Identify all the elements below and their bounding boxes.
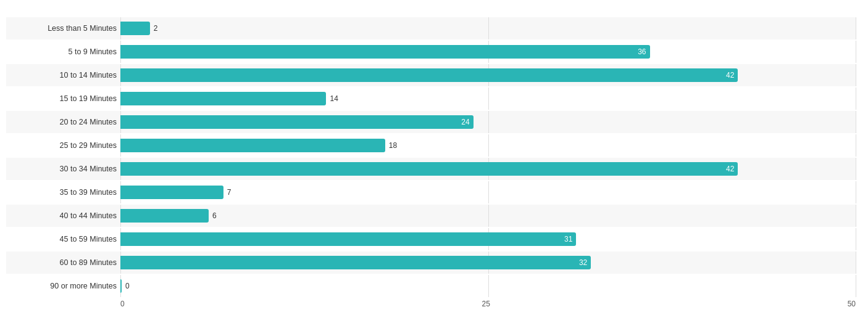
bar-label: 35 to 39 Minutes bbox=[6, 188, 120, 197]
grid-line bbox=[488, 88, 489, 110]
grid-line bbox=[856, 181, 856, 203]
bar-row: 5 to 9 Minutes36 bbox=[6, 41, 856, 63]
bar-row: 60 to 89 Minutes32 bbox=[6, 251, 856, 274]
bar bbox=[120, 186, 223, 199]
axis-label: 50 bbox=[848, 300, 856, 308]
axis-row: 02550 bbox=[6, 300, 856, 308]
grid-line bbox=[488, 275, 489, 297]
bar-row: 20 to 24 Minutes24 bbox=[6, 111, 856, 133]
bar bbox=[120, 92, 326, 105]
bar-value: 14 bbox=[330, 94, 338, 103]
bar-value: 42 bbox=[726, 165, 734, 173]
bar-label: 25 to 29 Minutes bbox=[6, 141, 120, 150]
bar-row: 30 to 34 Minutes42 bbox=[6, 158, 856, 180]
grid-line bbox=[856, 275, 856, 297]
grid-line bbox=[856, 111, 856, 133]
bar: 24 bbox=[120, 115, 474, 129]
bar-label: 5 to 9 Minutes bbox=[6, 47, 120, 56]
chart-area: Less than 5 Minutes25 to 9 Minutes3610 t… bbox=[6, 17, 856, 308]
axis-label: 0 bbox=[120, 300, 125, 308]
bar-value: 32 bbox=[579, 258, 587, 267]
bar-container: 2 bbox=[120, 17, 856, 39]
bar-value: 7 bbox=[227, 188, 232, 197]
bar-value: 2 bbox=[154, 24, 158, 33]
bar-container: 14 bbox=[120, 88, 856, 110]
bar-label: 45 to 59 Minutes bbox=[6, 235, 120, 243]
bar-row: 10 to 14 Minutes42 bbox=[6, 64, 856, 86]
bar-container: 42 bbox=[120, 158, 856, 180]
bar-value: 42 bbox=[726, 71, 734, 80]
bar: 36 bbox=[120, 45, 650, 59]
bar-value: 36 bbox=[638, 47, 646, 56]
bar-label: 30 to 34 Minutes bbox=[6, 165, 120, 173]
bar-row: 40 to 44 Minutes6 bbox=[6, 205, 856, 227]
bar bbox=[120, 279, 122, 293]
bar bbox=[120, 209, 209, 223]
grid-line bbox=[856, 134, 856, 157]
grid-line bbox=[488, 111, 489, 133]
bar-container: 0 bbox=[120, 275, 856, 297]
bar-container: 42 bbox=[120, 64, 856, 86]
bar-row: 45 to 59 Minutes31 bbox=[6, 228, 856, 250]
grid-line bbox=[856, 205, 856, 227]
bar: 32 bbox=[120, 256, 591, 269]
bar-label: 15 to 19 Minutes bbox=[6, 94, 120, 103]
grid-line bbox=[856, 88, 856, 110]
bar-value: 18 bbox=[389, 141, 397, 150]
bar bbox=[120, 22, 150, 35]
bar-row: Less than 5 Minutes2 bbox=[6, 17, 856, 39]
bar-row: 35 to 39 Minutes7 bbox=[6, 181, 856, 203]
grid-line bbox=[856, 158, 856, 180]
bar-value: 6 bbox=[212, 211, 217, 220]
bar-container: 7 bbox=[120, 181, 856, 203]
grid-line bbox=[488, 181, 489, 203]
bar-container: 18 bbox=[120, 134, 856, 157]
bar-row: 25 to 29 Minutes18 bbox=[6, 134, 856, 157]
grid-line bbox=[488, 205, 489, 227]
bar-label: 60 to 89 Minutes bbox=[6, 258, 120, 267]
bar-value: 24 bbox=[461, 118, 469, 126]
grid-line bbox=[856, 41, 856, 63]
grid-line bbox=[856, 17, 856, 39]
grid-line bbox=[856, 64, 856, 86]
bar-label: 90 or more Minutes bbox=[6, 282, 120, 290]
bar: 42 bbox=[120, 68, 738, 82]
grid-line bbox=[856, 228, 856, 250]
bar-container: 36 bbox=[120, 41, 856, 63]
bar-container: 24 bbox=[120, 111, 856, 133]
bar-label: Less than 5 Minutes bbox=[6, 24, 120, 33]
bar-row: 15 to 19 Minutes14 bbox=[6, 88, 856, 110]
bar-row: 90 or more Minutes0 bbox=[6, 275, 856, 297]
grid-line bbox=[488, 134, 489, 157]
grid-line bbox=[856, 251, 856, 274]
bar-value: 31 bbox=[564, 235, 572, 243]
bar-value: 0 bbox=[125, 282, 130, 290]
axis-label: 25 bbox=[482, 300, 490, 308]
bar: 42 bbox=[120, 162, 738, 176]
bar-container: 6 bbox=[120, 205, 856, 227]
bar-label: 20 to 24 Minutes bbox=[6, 118, 120, 126]
bar: 31 bbox=[120, 232, 576, 246]
bar-container: 32 bbox=[120, 251, 856, 274]
grid-line bbox=[488, 17, 489, 39]
bar-label: 40 to 44 Minutes bbox=[6, 211, 120, 220]
bar-label: 10 to 14 Minutes bbox=[6, 71, 120, 80]
bar bbox=[120, 139, 385, 152]
bar-container: 31 bbox=[120, 228, 856, 250]
